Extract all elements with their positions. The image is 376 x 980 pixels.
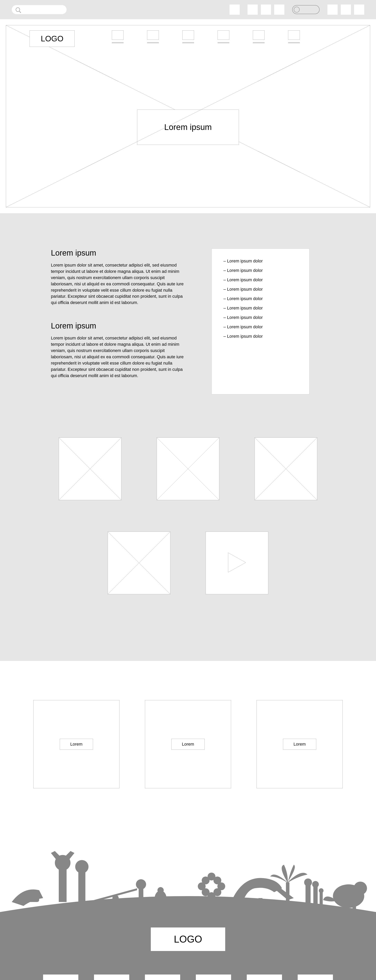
footer-link[interactable] bbox=[247, 975, 282, 980]
svg-rect-2 bbox=[27, 894, 39, 902]
topbar-square[interactable] bbox=[341, 5, 351, 15]
gallery-thumb[interactable] bbox=[59, 438, 121, 500]
topbar-square[interactable] bbox=[230, 5, 240, 15]
topbar-group-1 bbox=[230, 5, 240, 15]
hero-section: LOGO Lorem ipsum bbox=[0, 19, 376, 213]
topbar-group-3 bbox=[292, 5, 320, 14]
feature-list-item: – Lorem ipsum dolor bbox=[224, 334, 297, 339]
feature-list-item: – Lorem ipsum dolor bbox=[224, 277, 297, 282]
svg-point-8 bbox=[136, 879, 146, 889]
svg-point-28 bbox=[312, 881, 319, 888]
feature-list-item: – Lorem ipsum dolor bbox=[224, 305, 297, 311]
card-button[interactable]: Lorem bbox=[283, 739, 316, 750]
hero-nav-item[interactable] bbox=[288, 30, 300, 43]
search-input[interactable] bbox=[12, 5, 67, 14]
svg-point-32 bbox=[354, 881, 367, 895]
footer-illustration bbox=[0, 847, 376, 914]
svg-rect-21 bbox=[211, 898, 212, 904]
hero-image-placeholder: LOGO Lorem ipsum bbox=[6, 25, 370, 207]
topbar-group-4 bbox=[327, 5, 364, 15]
card[interactable]: Lorem bbox=[33, 700, 119, 788]
video-thumb[interactable] bbox=[206, 531, 268, 594]
svg-rect-22 bbox=[247, 898, 251, 906]
svg-rect-34 bbox=[352, 904, 356, 910]
svg-marker-1 bbox=[228, 553, 246, 572]
topbar-square[interactable] bbox=[261, 5, 271, 15]
hero-nav-item[interactable] bbox=[147, 30, 159, 43]
svg-rect-5 bbox=[78, 869, 86, 902]
hero-nav-item[interactable] bbox=[217, 30, 229, 43]
svg-point-6 bbox=[75, 860, 89, 873]
toggle-switch[interactable] bbox=[292, 5, 320, 14]
cards-section: Lorem Lorem Lorem bbox=[0, 661, 376, 847]
feature-list-box: – Lorem ipsum dolor – Lorem ipsum dolor … bbox=[211, 248, 309, 395]
section-heading-2: Lorem ipsum bbox=[51, 321, 188, 330]
svg-point-30 bbox=[319, 888, 324, 893]
topbar-square[interactable] bbox=[247, 5, 258, 15]
content-left-column: Lorem ipsum Lorem ipsum dolor sit amet, … bbox=[51, 248, 188, 395]
footer-link[interactable] bbox=[145, 975, 180, 980]
feature-list: – Lorem ipsum dolor – Lorem ipsum dolor … bbox=[224, 259, 297, 339]
svg-point-12 bbox=[172, 898, 181, 906]
feature-list-item: – Lorem ipsum dolor bbox=[224, 315, 297, 320]
card[interactable]: Lorem bbox=[145, 700, 231, 788]
footer-links-row bbox=[0, 975, 376, 980]
footer: LOGO bbox=[0, 914, 376, 980]
topbar-square[interactable] bbox=[327, 5, 338, 15]
svg-point-11 bbox=[157, 887, 164, 893]
card-button[interactable]: Lorem bbox=[171, 739, 205, 750]
section-paragraph-2: Lorem ipsum dolor sit amet, consectetur … bbox=[51, 335, 188, 379]
top-bar bbox=[0, 0, 376, 19]
hero-nav bbox=[112, 30, 362, 43]
hero-headline: Lorem ipsum bbox=[137, 110, 239, 145]
feature-list-item: – Lorem ipsum dolor bbox=[224, 296, 297, 301]
topbar-group-2 bbox=[247, 5, 284, 15]
topbar-square[interactable] bbox=[274, 5, 284, 15]
card-button[interactable]: Lorem bbox=[60, 739, 93, 750]
footer-logo[interactable]: LOGO bbox=[151, 928, 225, 951]
svg-rect-23 bbox=[259, 898, 262, 906]
footer-link[interactable] bbox=[94, 975, 129, 980]
feature-list-item: – Lorem ipsum dolor bbox=[224, 287, 297, 292]
svg-point-7 bbox=[113, 895, 119, 901]
section-heading-1: Lorem ipsum bbox=[51, 248, 188, 257]
svg-rect-33 bbox=[343, 904, 346, 910]
hero-nav-item[interactable] bbox=[253, 30, 265, 43]
card[interactable]: Lorem bbox=[257, 700, 343, 788]
svg-rect-25 bbox=[306, 885, 311, 906]
content-section: Lorem ipsum Lorem ipsum dolor sit amet, … bbox=[0, 213, 376, 661]
svg-rect-27 bbox=[313, 886, 317, 906]
hero-logo[interactable]: LOGO bbox=[30, 30, 75, 47]
hero-nav-item[interactable] bbox=[112, 30, 124, 43]
feature-list-item: – Lorem ipsum dolor bbox=[224, 325, 297, 329]
footer-link[interactable] bbox=[196, 975, 231, 980]
section-paragraph-1: Lorem ipsum dolor sit amet, consectetur … bbox=[51, 262, 188, 306]
feature-list-item: – Lorem ipsum dolor bbox=[224, 268, 297, 273]
gallery-thumb[interactable] bbox=[108, 531, 170, 594]
svg-rect-24 bbox=[286, 882, 289, 906]
play-icon bbox=[226, 551, 248, 575]
footer-link[interactable] bbox=[298, 975, 333, 980]
gallery-thumb[interactable] bbox=[255, 438, 317, 500]
gallery bbox=[51, 438, 325, 594]
footer-link[interactable] bbox=[43, 975, 78, 980]
svg-rect-29 bbox=[320, 892, 323, 906]
topbar-square[interactable] bbox=[354, 5, 364, 15]
toggle-knob bbox=[294, 7, 300, 13]
svg-point-26 bbox=[304, 878, 312, 886]
search-icon bbox=[16, 8, 20, 12]
gallery-thumb[interactable] bbox=[157, 438, 219, 500]
hero-nav-item[interactable] bbox=[182, 30, 194, 43]
svg-rect-9 bbox=[139, 888, 143, 900]
feature-list-item: – Lorem ipsum dolor bbox=[224, 259, 297, 264]
